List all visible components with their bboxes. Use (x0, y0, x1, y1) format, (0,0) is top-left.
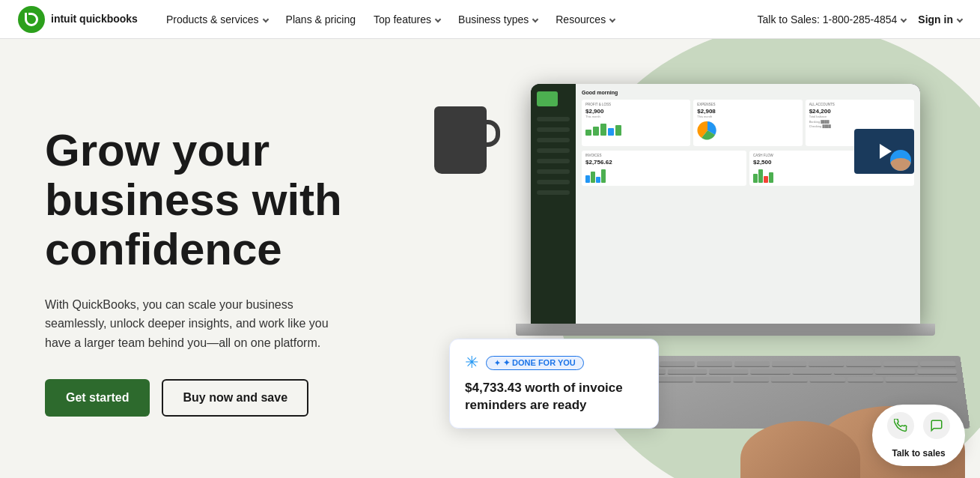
navbar: intuit quickbooks Products & services Pl… (0, 0, 980, 39)
svg-point-0 (18, 6, 45, 33)
logo-text: intuit quickbooks (51, 13, 138, 25)
mug-handle (487, 120, 500, 147)
hero-title: Grow your business with confidence (45, 126, 389, 274)
laptop-card-expenses: EXPENSES $2,908 This month (693, 100, 802, 146)
chevron-down-icon (532, 16, 538, 22)
sidebar-item (537, 180, 570, 184)
get-started-button[interactable]: Get started (45, 379, 150, 417)
talk-widget-icons (887, 412, 950, 439)
quickbooks-logo-icon (18, 6, 45, 33)
chevron-down-icon (957, 16, 963, 22)
toast-message: $4,733.43 worth of invoice reminders are… (465, 380, 643, 414)
nav-resources[interactable]: Resources (548, 7, 622, 31)
laptop-screen: Good morning PROFIT & LOSS $2,900 This m… (531, 84, 920, 324)
sidebar-item (537, 117, 570, 121)
laptop-video-thumbnail (854, 129, 914, 174)
mug-area (434, 106, 487, 174)
sidebar-item (537, 127, 570, 132)
buy-now-save-button[interactable]: Buy now and save (162, 379, 308, 417)
nav-links: Products & services Plans & pricing Top … (159, 7, 758, 31)
sidebar-logo (537, 91, 558, 106)
toast-notification: ✳ ✦ ✦ DONE FOR YOU $4,733.43 worth of in… (449, 339, 659, 429)
nav-products-services[interactable]: Products & services (159, 7, 276, 31)
expenses-pie-chart (697, 120, 718, 141)
laptop-content: Good morning PROFIT & LOSS $2,900 This m… (576, 84, 920, 324)
nav-right: Talk to Sales: 1-800-285-4854 Sign in (758, 13, 962, 25)
laptop-base (516, 324, 935, 336)
phone-icon (887, 412, 914, 439)
sidebar-item (537, 159, 570, 163)
chevron-down-icon (435, 16, 441, 22)
laptop-card-profit: PROFIT & LOSS $2,900 This month (582, 100, 690, 146)
sign-in-button[interactable]: Sign in (918, 13, 962, 25)
sidebar-item (537, 148, 570, 153)
hero-section: Grow your business with confidence With … (0, 39, 980, 478)
talk-sales-label: Talk to sales (892, 448, 945, 459)
logo[interactable]: intuit quickbooks (18, 6, 138, 33)
talk-to-sales-widget[interactable]: Talk to sales (872, 405, 965, 466)
nav-business-types[interactable]: Business types (451, 7, 545, 31)
nav-plans-pricing[interactable]: Plans & pricing (279, 7, 363, 31)
sidebar-item (537, 169, 570, 174)
nav-top-features[interactable]: Top features (366, 7, 448, 31)
done-for-you-badge: ✦ ✦ DONE FOR YOU (486, 356, 584, 370)
sidebar-item (537, 190, 570, 195)
mug (434, 106, 487, 174)
chevron-down-icon (262, 16, 268, 22)
sidebar-item (537, 138, 570, 142)
laptop-sidebar (531, 84, 576, 324)
talk-to-sales-link[interactable]: Talk to Sales: 1-800-285-4854 (758, 13, 907, 25)
laptop-greeting: Good morning (582, 90, 914, 95)
video-avatar (890, 150, 911, 171)
snowflake-icon: ✳ (465, 353, 478, 372)
hero-buttons: Get started Buy now and save (45, 379, 389, 417)
hero-subtitle: With QuickBooks, you can scale your busi… (45, 295, 329, 353)
hero-content: Grow your business with confidence With … (45, 126, 389, 417)
plus-icon: ✦ (494, 359, 500, 367)
chat-icon (923, 412, 950, 439)
mug-body (434, 106, 487, 174)
laptop-card-invoices: INVOICES $2,756.62 (582, 151, 746, 186)
hero-image-area: Good morning PROFIT & LOSS $2,900 This m… (389, 69, 980, 474)
toast-header: ✳ ✦ ✦ DONE FOR YOU (465, 353, 643, 372)
chevron-down-icon (901, 16, 907, 22)
chevron-down-icon (609, 16, 615, 22)
